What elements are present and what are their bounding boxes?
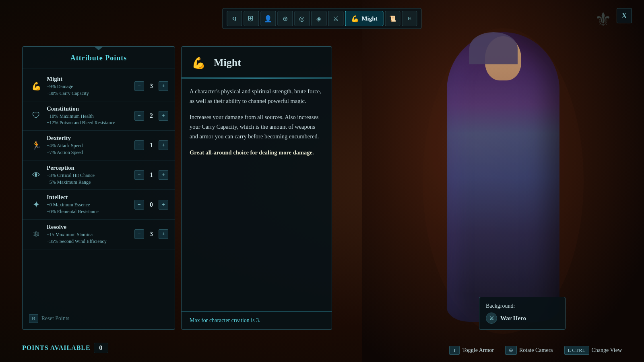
nav-btn-e[interactable]: E xyxy=(402,11,417,26)
attribute-perception[interactable]: 👁 Perception +3% Critical Hit Chance +5%… xyxy=(23,160,175,190)
panel-title: Attribute Points xyxy=(23,47,175,68)
resolve-increase[interactable]: + xyxy=(159,229,168,239)
attribute-might[interactable]: 💪 Might +9% Damage +30% Carry Capacity −… xyxy=(23,72,175,101)
dexterity-increase[interactable]: + xyxy=(159,140,168,150)
resolve-value: 3 xyxy=(147,230,155,238)
intellect-name: Intellect xyxy=(47,194,131,201)
e-icon: E xyxy=(408,15,411,22)
constitution-icon: 🛡 xyxy=(29,109,43,123)
intellect-info: Intellect +0 Maximum Essence +0% Element… xyxy=(47,194,131,215)
dexterity-bonus: +4% Attack Speed +7% Action Speed xyxy=(47,142,131,156)
close-icon: X xyxy=(622,12,627,20)
toggle-armor-key: T xyxy=(449,346,460,355)
attribute-intellect[interactable]: ✦ Intellect +0 Maximum Essence +0% Eleme… xyxy=(23,190,175,220)
background-value: ⚔ War Hero xyxy=(486,313,559,324)
dexterity-info: Dexterity +4% Attack Speed +7% Action Sp… xyxy=(47,135,131,156)
dexterity-controls: − 1 + xyxy=(134,140,168,150)
perception-value: 1 xyxy=(147,171,155,179)
might-name: Might xyxy=(47,76,131,82)
points-value: 0 xyxy=(94,343,108,353)
detail-title: Might xyxy=(214,57,241,69)
attribute-constitution[interactable]: 🛡 Constitution +10% Maximum Health +12% … xyxy=(23,101,175,131)
q-icon: Q xyxy=(232,15,236,22)
attr-nav-label: Might xyxy=(361,15,377,22)
constitution-increase[interactable]: + xyxy=(159,111,168,121)
points-available: POINTS AVAILABLE 0 xyxy=(22,343,108,353)
constitution-decrease[interactable]: − xyxy=(134,111,144,121)
dexterity-value: 1 xyxy=(147,142,155,149)
perception-controls: − 1 + xyxy=(134,170,168,180)
nav-btn-globe[interactable]: ⊕ xyxy=(277,11,293,26)
reset-key: R xyxy=(29,314,38,323)
intellect-value: 0 xyxy=(147,201,155,208)
shield-icon: ⛨ xyxy=(248,14,255,23)
detail-panel: 💪 Might A character's physical and spiri… xyxy=(181,46,332,330)
might-increase[interactable]: + xyxy=(159,81,168,91)
points-label: POINTS AVAILABLE xyxy=(22,344,91,352)
might-info: Might +9% Damage +30% Carry Capacity xyxy=(47,76,131,97)
perception-icon: 👁 xyxy=(29,168,43,182)
constitution-name: Constitution xyxy=(47,105,131,112)
resolve-info: Resolve +15 Maximum Stamina +35% Second … xyxy=(47,224,131,245)
nav-btn-person[interactable]: 👤 xyxy=(260,11,276,26)
intellect-increase[interactable]: + xyxy=(159,200,168,210)
intellect-decrease[interactable]: − xyxy=(134,200,144,210)
perception-info: Perception +3% Critical Hit Chance +5% M… xyxy=(47,165,131,186)
might-decrease[interactable]: − xyxy=(134,81,144,91)
resolve-icon: ⚛ xyxy=(29,227,43,241)
perception-name: Perception xyxy=(47,165,131,171)
globe-icon: ⊕ xyxy=(283,15,288,23)
detail-highlight: Great all-around choice for dealing more… xyxy=(190,148,324,158)
detail-footer-text: Max for character creation is 3. xyxy=(190,317,260,323)
background-card: Background: ⚔ War Hero xyxy=(479,297,566,330)
attribute-dexterity[interactable]: 🏃 Dexterity +4% Attack Speed +7% Action … xyxy=(23,131,175,160)
nav-btn-sword[interactable]: ⚔ xyxy=(328,11,343,26)
bottom-hints: T Toggle Armor ⊕ Rotate Camera L CTRL Ch… xyxy=(449,346,622,355)
background-name: War Hero xyxy=(500,315,526,322)
attribute-resolve[interactable]: ⚛ Resolve +15 Maximum Stamina +35% Secon… xyxy=(23,220,175,249)
might-controls: − 3 + xyxy=(134,81,168,91)
background-icon: ⚔ xyxy=(486,313,497,324)
perception-bonus: +3% Critical Hit Chance +5% Maximum Rang… xyxy=(47,172,131,186)
detail-panel-body: A character's physical and spiritual str… xyxy=(182,79,332,311)
intellect-icon: ✦ xyxy=(29,197,43,212)
change-view-key: L CTRL xyxy=(564,346,589,355)
nav-btn-eye[interactable]: ◎ xyxy=(294,11,310,26)
hint-toggle-armor: T Toggle Armor xyxy=(449,346,494,355)
rotate-camera-key: ⊕ xyxy=(505,346,517,355)
constitution-value: 2 xyxy=(147,112,155,119)
reset-row[interactable]: R Reset Points xyxy=(29,314,69,323)
background-label: Background: xyxy=(486,303,559,309)
loc-icon: ◈ xyxy=(316,15,321,23)
sword-icon: ⚔ xyxy=(333,15,339,23)
detail-title-icon: 💪 xyxy=(190,54,207,72)
perception-decrease[interactable]: − xyxy=(134,170,144,180)
scroll-icon: 📜 xyxy=(389,15,396,22)
top-nav: Q ⛨ 👤 ⊕ ◎ ◈ ⚔ 💪 Might 📜 E xyxy=(222,8,421,29)
nav-btn-loc[interactable]: ◈ xyxy=(311,11,326,26)
dexterity-icon: 🏃 xyxy=(29,138,43,152)
dexterity-decrease[interactable]: − xyxy=(134,140,144,150)
nav-btn-shield[interactable]: ⛨ xyxy=(244,11,259,26)
attr-nav-icon: 💪 xyxy=(351,15,359,23)
detail-panel-footer: Max for character creation is 3. xyxy=(182,311,332,329)
might-value: 3 xyxy=(147,82,155,90)
person-icon: 👤 xyxy=(264,15,272,23)
might-icon: 💪 xyxy=(29,79,43,93)
toggle-armor-label: Toggle Armor xyxy=(462,347,494,354)
perception-increase[interactable]: + xyxy=(159,170,168,180)
crest-decoration: ⚜ xyxy=(594,8,612,31)
intellect-bonus: +0 Maximum Essence +0% Elemental Resista… xyxy=(47,202,131,215)
resolve-decrease[interactable]: − xyxy=(134,229,144,239)
nav-btn-attributes[interactable]: 💪 Might xyxy=(345,11,383,26)
close-button[interactable]: X xyxy=(617,8,632,23)
nav-btn-q[interactable]: Q xyxy=(227,11,242,26)
change-view-label: Change View xyxy=(592,347,622,354)
resolve-name: Resolve xyxy=(47,224,131,230)
reset-label: Reset Points xyxy=(41,315,70,322)
nav-btn-scroll[interactable]: 📜 xyxy=(385,11,400,26)
detail-panel-header: 💪 Might xyxy=(182,47,332,78)
hint-change-view: L CTRL Change View xyxy=(564,346,622,355)
constitution-controls: − 2 + xyxy=(134,111,168,121)
character-hair xyxy=(469,32,518,64)
